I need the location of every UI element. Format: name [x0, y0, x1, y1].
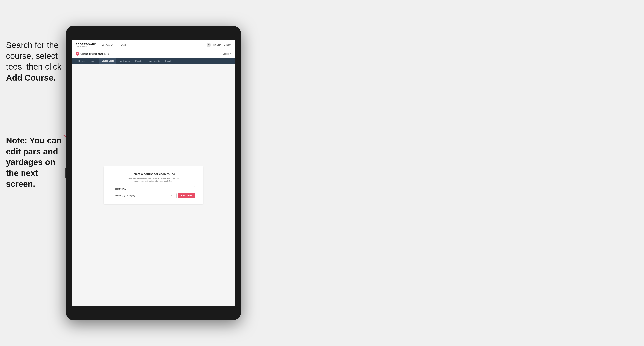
cancel-button[interactable]: Cancel ✕	[223, 53, 231, 55]
tab-tee-groups[interactable]: Tee Groups	[116, 58, 132, 64]
course-search-input[interactable]	[112, 186, 195, 191]
nav-tournaments[interactable]: TOURNAMENTS	[100, 44, 116, 46]
card-description: Search for a course and select a tee. Yo…	[128, 177, 178, 182]
tab-details[interactable]: Details	[76, 58, 88, 64]
logo-area: SCOREBOARD Powered by clippd	[76, 43, 96, 47]
tablet-screen: SCOREBOARD Powered by clippd TOURNAMENTS…	[72, 40, 235, 306]
sign-out-link[interactable]: Sign out	[224, 44, 231, 46]
tournament-name: Clippd Invitational	[80, 52, 103, 55]
tournament-icon: C	[76, 52, 79, 56]
annotation-note-text: Note: You can edit pars and yardages on …	[6, 136, 61, 188]
tee-select-controls: × ⌃	[171, 195, 174, 197]
tab-printables[interactable]: Printables	[162, 58, 177, 64]
tournament-badge: (Men)	[104, 53, 109, 55]
main-content: Select a course for each round Search fo…	[72, 64, 235, 306]
logo-subtitle: Powered by clippd	[76, 46, 96, 47]
nav-right: T Test User | Sign out	[207, 43, 231, 47]
tablet-device: SCOREBOARD Powered by clippd TOURNAMENTS…	[66, 26, 241, 320]
annotation-bold: Add Course.	[6, 73, 56, 82]
user-avatar: T	[207, 43, 211, 47]
tee-select-row: Gold (M) (M) (7010 yds) × ⌃ Add Course	[112, 193, 195, 198]
chevron-down-icon[interactable]: ⌃	[173, 195, 174, 197]
course-select-card: Select a course for each round Search fo…	[104, 166, 203, 204]
annotation-line1: Search for the	[6, 40, 58, 50]
tablet-side-button	[65, 168, 66, 178]
nav-links: TOURNAMENTS TEAMS	[100, 44, 127, 46]
logo-title: SCOREBOARD	[76, 43, 96, 46]
tab-results[interactable]: Results	[132, 58, 144, 64]
clear-icon[interactable]: ×	[171, 195, 172, 197]
user-name: Test User	[212, 44, 221, 46]
annotation-line2: course, select	[6, 51, 58, 61]
tee-select[interactable]: Gold (M) (M) (7010 yds) × ⌃	[112, 193, 177, 198]
tab-teams[interactable]: Teams	[88, 58, 99, 64]
top-nav-bar: SCOREBOARD Powered by clippd TOURNAMENTS…	[72, 40, 235, 50]
annotation-main: Search for the course, select tees, then…	[6, 40, 64, 83]
nav-left: SCOREBOARD Powered by clippd TOURNAMENTS…	[76, 43, 126, 47]
tab-leaderboards[interactable]: Leaderboards	[144, 58, 162, 64]
tab-course-setup[interactable]: Course Setup	[99, 58, 116, 64]
nav-teams[interactable]: TEAMS	[120, 44, 126, 46]
annotation-line3: tees, then click	[6, 62, 61, 71]
add-course-button[interactable]: Add Course	[178, 193, 195, 198]
tab-navigation: Details Teams Course Setup Tee Groups Re…	[72, 58, 235, 64]
tournament-header: C Clippd Invitational (Men) Cancel ✕	[72, 50, 235, 58]
tee-value: Gold (M) (M) (7010 yds)	[114, 195, 135, 197]
card-title: Select a course for each round	[132, 172, 175, 175]
tournament-title: C Clippd Invitational (Men)	[76, 52, 109, 56]
nav-separator: |	[222, 44, 223, 46]
annotation-note: Note: You can edit pars and yardages on …	[6, 135, 64, 189]
